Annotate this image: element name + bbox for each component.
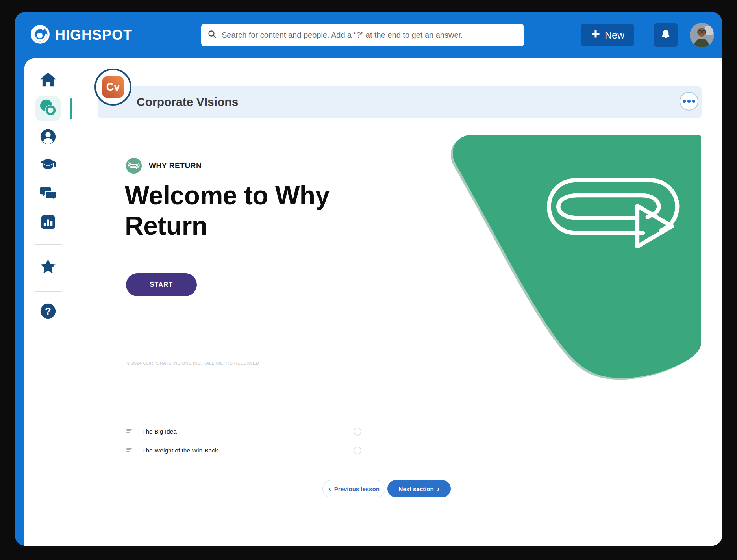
completion-radio[interactable] bbox=[354, 428, 361, 436]
new-button[interactable]: New bbox=[581, 24, 634, 46]
search-icon bbox=[207, 30, 217, 41]
chat-bubbles-icon bbox=[39, 184, 57, 204]
highspot-logo[interactable]: HIGHSPOT bbox=[30, 12, 132, 58]
list-item[interactable]: The Big Idea bbox=[125, 422, 374, 441]
text-lines-icon bbox=[126, 446, 133, 455]
sidebar-divider bbox=[35, 291, 62, 292]
top-header: HIGHSPOT New bbox=[15, 12, 722, 58]
main-panel: ? Cv Corporate VIsions bbox=[24, 58, 722, 546]
lesson-item-label: The Weight of the Win-Back bbox=[142, 447, 344, 454]
corporate-visions-logo[interactable]: Cv bbox=[94, 69, 131, 106]
sidebar-divider bbox=[35, 244, 62, 245]
search-input[interactable] bbox=[222, 31, 518, 40]
notifications-button[interactable] bbox=[654, 23, 678, 47]
header-divider bbox=[644, 28, 644, 43]
graduation-cap-icon bbox=[39, 156, 57, 175]
highspot-spiral-icon bbox=[30, 24, 50, 46]
next-section-button[interactable]: Next section › bbox=[387, 480, 451, 497]
ellipsis-icon bbox=[683, 100, 686, 103]
hero-illustration bbox=[436, 130, 712, 386]
spot-title: Corporate VIsions bbox=[137, 86, 238, 118]
copyright-text: © 2024 CORPORATE VISIONS INC. | ALL RIGH… bbox=[127, 361, 259, 365]
sidebar-item-spots[interactable] bbox=[35, 96, 61, 121]
question-glyph: ? bbox=[45, 306, 51, 317]
lesson-content: Cv Corporate VIsions WHY bbox=[72, 58, 722, 546]
brand-name: HIGHSPOT bbox=[55, 27, 132, 43]
home-icon bbox=[39, 70, 57, 90]
sidebar-item-training[interactable] bbox=[35, 153, 61, 178]
sidebar-item-help[interactable]: ? bbox=[35, 299, 61, 325]
chevron-left-icon: ‹ bbox=[328, 484, 331, 492]
completion-radio[interactable] bbox=[354, 447, 361, 454]
return-loop-badge-icon bbox=[126, 158, 142, 174]
sidebar-item-home[interactable] bbox=[35, 68, 61, 93]
new-button-label: New bbox=[605, 30, 624, 41]
footer-divider bbox=[93, 471, 701, 471]
star-icon bbox=[39, 257, 57, 278]
eyebrow-label: WHY RETURN bbox=[149, 161, 202, 170]
chevron-right-icon: › bbox=[437, 484, 440, 492]
previous-lesson-button[interactable]: ‹ Previous lesson bbox=[322, 480, 385, 497]
sidebar-item-people[interactable] bbox=[35, 125, 61, 150]
lesson-eyebrow: WHY RETURN bbox=[126, 158, 202, 174]
sidebar-item-conversations[interactable] bbox=[35, 182, 61, 207]
previous-lesson-label: Previous lesson bbox=[334, 486, 380, 492]
bar-chart-icon bbox=[39, 213, 57, 233]
list-item[interactable]: The Weight of the Win-Back bbox=[125, 441, 374, 460]
start-button[interactable]: START bbox=[126, 273, 197, 296]
sidebar-item-favorites[interactable] bbox=[35, 255, 61, 280]
lesson-title: Welcome to Why Return bbox=[125, 180, 400, 241]
app-window: HIGHSPOT New bbox=[15, 12, 722, 546]
sidebar-item-analytics[interactable] bbox=[35, 210, 61, 235]
text-lines-icon bbox=[126, 427, 133, 436]
cv-logo-mark: Cv bbox=[102, 76, 124, 98]
plus-icon bbox=[591, 29, 601, 41]
person-icon bbox=[39, 128, 57, 147]
user-avatar[interactable] bbox=[690, 23, 714, 47]
help-icon: ? bbox=[39, 302, 57, 322]
lesson-list: The Big Idea The Weight of the Win-Back bbox=[125, 422, 374, 460]
green-blob-shape bbox=[453, 135, 701, 378]
global-search[interactable] bbox=[201, 24, 524, 46]
next-section-label: Next section bbox=[399, 486, 434, 492]
bell-icon bbox=[660, 29, 672, 42]
more-options-button[interactable] bbox=[680, 92, 698, 111]
lesson-item-label: The Big Idea bbox=[142, 428, 344, 435]
sidebar-nav: ? bbox=[24, 58, 72, 546]
spots-icon bbox=[39, 98, 57, 119]
